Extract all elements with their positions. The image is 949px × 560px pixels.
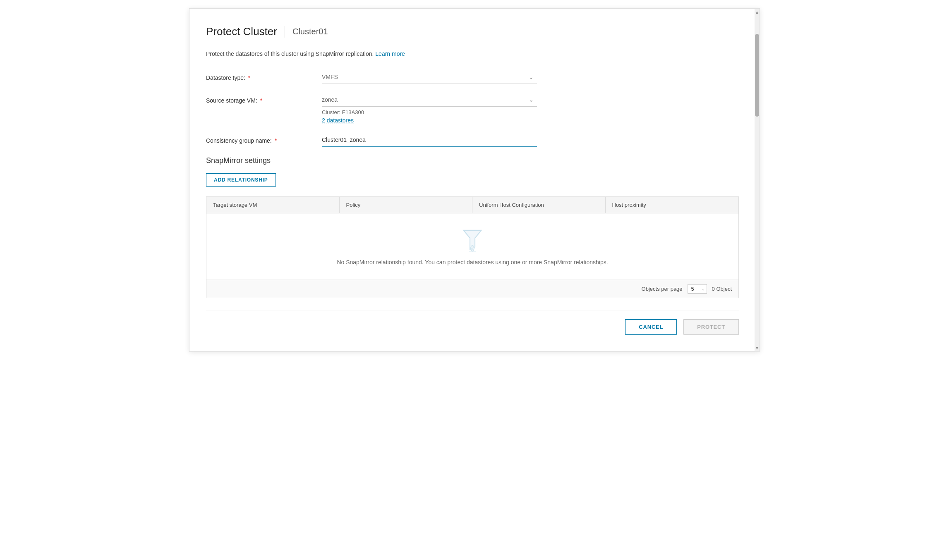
required-indicator: * bbox=[248, 74, 250, 81]
dialog-header: Protect Cluster Cluster01 bbox=[206, 25, 739, 38]
datastore-type-label: Datastore type: * bbox=[206, 70, 322, 81]
add-relationship-button[interactable]: ADD RELATIONSHIP bbox=[206, 173, 276, 187]
source-vm-field: zonea ⌄ Cluster: E13A300 2 datastores bbox=[322, 93, 537, 124]
protect-button[interactable]: PROTECT bbox=[683, 319, 739, 335]
per-page-select[interactable]: 5 10 20 50 bbox=[688, 284, 707, 294]
scroll-down-arrow[interactable]: ▼ bbox=[755, 345, 760, 351]
datastores-link[interactable]: 2 datastores bbox=[322, 117, 354, 124]
source-vm-label: Source storage VM: * bbox=[206, 93, 322, 104]
datastore-type-select-wrapper: VMFS NFS vVols ⌄ bbox=[322, 70, 537, 84]
relationships-table: Target storage VM Policy Uniform Host Co… bbox=[206, 196, 739, 298]
per-page-label: Objects per page bbox=[642, 286, 683, 292]
header-divider bbox=[285, 26, 285, 38]
description-text: Protect the datastores of this cluster u… bbox=[206, 50, 739, 57]
empty-state-funnel-icon bbox=[460, 227, 485, 252]
scrollbar-thumb[interactable] bbox=[755, 34, 759, 117]
page-title: Protect Cluster bbox=[206, 25, 277, 38]
col-policy: Policy bbox=[340, 197, 473, 213]
per-page-wrapper: 5 10 20 50 ⌄ bbox=[688, 284, 707, 294]
table-body-empty: No SnapMirror relationship found. You ca… bbox=[206, 213, 738, 280]
datastore-type-field: VMFS NFS vVols ⌄ bbox=[322, 70, 537, 84]
required-indicator-3: * bbox=[275, 137, 277, 144]
cluster-info: Cluster: E13A300 bbox=[322, 109, 537, 115]
dialog-footer: CANCEL PROTECT bbox=[206, 311, 739, 335]
datastore-type-select[interactable]: VMFS NFS vVols bbox=[322, 70, 537, 84]
cancel-button[interactable]: CANCEL bbox=[625, 319, 677, 335]
snapmirror-section-title: SnapMirror settings bbox=[206, 156, 739, 165]
consistency-group-input[interactable] bbox=[322, 133, 537, 146]
object-count: 0 Object bbox=[712, 286, 732, 292]
required-indicator-2: * bbox=[260, 97, 262, 104]
scroll-up-arrow[interactable]: ▲ bbox=[755, 9, 760, 15]
consistency-group-input-wrapper bbox=[322, 133, 537, 147]
col-uniform-host-config: Uniform Host Configuration bbox=[472, 197, 606, 213]
table-header: Target storage VM Policy Uniform Host Co… bbox=[206, 197, 738, 213]
table-footer: Objects per page 5 10 20 50 ⌄ 0 Object bbox=[206, 280, 738, 298]
col-target-storage-vm: Target storage VM bbox=[206, 197, 340, 213]
col-host-proximity: Host proximity bbox=[606, 197, 739, 213]
consistency-group-label: Consistency group name: * bbox=[206, 133, 322, 144]
scrollbar-track[interactable]: ▲ ▼ bbox=[755, 9, 760, 351]
consistency-group-field bbox=[322, 133, 537, 147]
protect-cluster-dialog: ▲ ▼ Protect Cluster Cluster01 Protect th… bbox=[189, 8, 760, 352]
empty-state-message: No SnapMirror relationship found. You ca… bbox=[337, 259, 608, 266]
source-vm-select-wrapper: zonea ⌄ bbox=[322, 93, 537, 107]
consistency-group-row: Consistency group name: * bbox=[206, 133, 739, 147]
learn-more-link[interactable]: Learn more bbox=[375, 50, 405, 57]
source-vm-select[interactable]: zonea bbox=[322, 93, 537, 106]
datastore-type-row: Datastore type: * VMFS NFS vVols ⌄ bbox=[206, 70, 739, 84]
source-vm-row: Source storage VM: * zonea ⌄ Cluster: E1… bbox=[206, 93, 739, 124]
cluster-name: Cluster01 bbox=[292, 27, 328, 36]
svg-point-0 bbox=[471, 249, 474, 250]
